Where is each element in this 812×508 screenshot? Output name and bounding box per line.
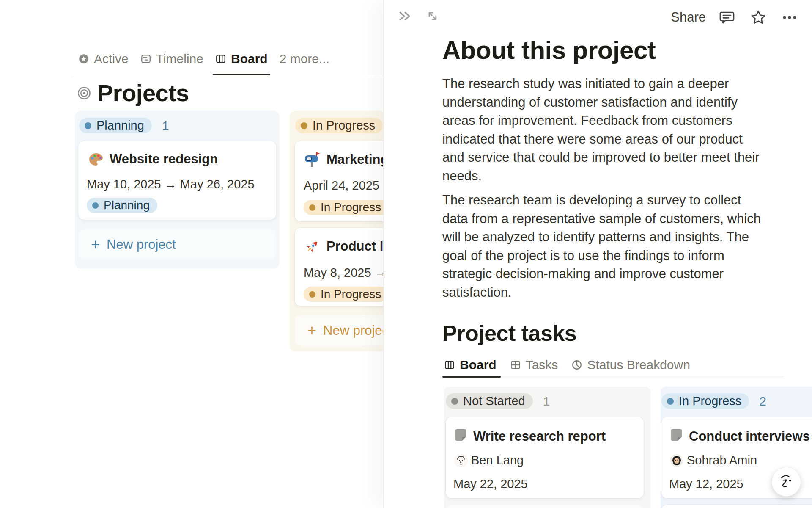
brow xyxy=(781,476,789,478)
tab-label: Timeline xyxy=(156,52,203,66)
assignee-name: Ben Lang xyxy=(471,453,524,467)
status-dot xyxy=(309,204,315,211)
column-header: In Progress 2 xyxy=(661,393,766,409)
bullseye-icon xyxy=(77,86,91,100)
status-label: In Progress xyxy=(679,394,741,408)
card-title-row: Write research report xyxy=(446,417,644,444)
status-pill-planning[interactable]: Planning xyxy=(79,118,152,133)
card-title: Conduct interviews xyxy=(689,428,810,444)
tag-label: In Progress xyxy=(321,287,381,301)
task-view-tabs: Board Tasks Status Breakdown xyxy=(442,353,783,377)
tab-label: Board xyxy=(460,358,497,372)
assignee-row: Sohrab Amin xyxy=(671,453,757,467)
status-dot xyxy=(92,202,99,209)
new-project-label: New project xyxy=(107,237,176,252)
avatar-sohrab-amin xyxy=(671,455,683,467)
status-dot xyxy=(309,291,315,298)
panel-toolbar-left xyxy=(395,6,443,26)
status-label: In Progress xyxy=(313,119,375,133)
page-icon xyxy=(670,428,683,442)
avatar-ben-lang xyxy=(455,455,467,467)
column-header: Not Started 1 xyxy=(446,393,550,409)
pie-chart-icon xyxy=(571,359,582,370)
status-pill-not-started[interactable]: Not Started xyxy=(446,393,533,409)
column-count: 2 xyxy=(759,394,766,409)
notion-window: Active Timeline Board 2 more... xyxy=(0,0,812,508)
tab-board-view[interactable]: Board xyxy=(442,353,503,377)
card-title: Website redesign xyxy=(110,151,218,167)
card-title: Write research report xyxy=(473,428,606,444)
status-dot xyxy=(451,398,458,405)
board-icon xyxy=(215,53,226,64)
task-board: Not Started 1 Write research report xyxy=(444,387,764,508)
card-status-tag: In Progress xyxy=(304,200,389,215)
column-count: 1 xyxy=(162,119,169,133)
column-header: Planning 1 xyxy=(79,118,169,133)
status-pill-in-progress[interactable]: In Progress xyxy=(295,118,383,133)
status-dot xyxy=(301,122,307,129)
mailbox-icon xyxy=(304,152,321,168)
star-badge-icon xyxy=(78,53,89,64)
card-status-tag: In Progress xyxy=(304,287,389,302)
status-label: Planning xyxy=(96,119,144,133)
card-date: May 12, 2025 xyxy=(669,477,743,491)
page-icon xyxy=(454,428,467,442)
tab-label: Status Breakdown xyxy=(587,358,690,372)
rocket-icon xyxy=(304,238,321,255)
tab-tasks-view[interactable]: Tasks xyxy=(503,353,565,377)
about-paragraph-1: The research study was initiated to gain… xyxy=(442,75,763,185)
card-status-tag: Planning xyxy=(87,198,157,213)
assignee-name: Sohrab Amin xyxy=(687,453,757,467)
board-icon xyxy=(444,359,455,370)
task-card-write-research-report[interactable]: Write research report Ben Lang May 22, 2… xyxy=(446,417,644,498)
tag-label: In Progress xyxy=(321,201,381,214)
new-project-label: New project xyxy=(323,323,392,338)
task-card-interpret-findings[interactable]: Interpret findings xyxy=(661,505,812,508)
page-title-text: Projects xyxy=(97,80,189,106)
table-icon xyxy=(510,359,521,370)
page-title: Projects xyxy=(77,80,189,106)
status-dot xyxy=(667,398,674,405)
plus-icon: + xyxy=(307,323,316,338)
tag-label: Planning xyxy=(104,199,150,212)
tab-label: 2 more... xyxy=(280,52,329,66)
more-options-icon[interactable] xyxy=(779,7,800,28)
board-column-planning: Planning 1 Website redesign May 10, 2025… xyxy=(75,111,280,268)
side-peek-panel: Share About this project The research st… xyxy=(383,0,812,508)
database-view-tabs: Active Timeline Board 2 more... xyxy=(72,43,383,75)
plus-icon: + xyxy=(91,237,100,252)
open-full-page-icon[interactable] xyxy=(422,6,443,26)
column-count: 1 xyxy=(543,394,550,409)
tab-label: Tasks xyxy=(526,358,558,372)
tab-timeline-view[interactable]: Timeline xyxy=(134,43,209,75)
project-card-website-redesign[interactable]: Website redesign May 10, 2025 → May 26, … xyxy=(78,141,276,220)
tab-more-views[interactable]: 2 more... xyxy=(274,43,335,75)
timeline-icon xyxy=(140,53,151,64)
task-column-not-started: Not Started 1 Write research report xyxy=(444,387,650,508)
card-title-row: Interpret findings xyxy=(661,505,812,508)
status-label: Not Started xyxy=(463,394,525,408)
card-title-row: Website redesign xyxy=(78,141,276,168)
tab-board-view[interactable]: Board xyxy=(209,43,274,75)
card-title-row: Conduct interviews xyxy=(661,417,812,444)
close-side-peek-button[interactable] xyxy=(395,6,415,26)
new-task-button[interactable]: + New task xyxy=(446,505,644,508)
tab-label: Board xyxy=(231,52,268,66)
assignee-row: Ben Lang xyxy=(455,453,524,467)
project-tasks-heading: Project tasks xyxy=(442,321,764,345)
new-project-button[interactable]: + New project xyxy=(78,230,276,260)
projects-page: Active Timeline Board 2 more... xyxy=(0,0,383,508)
card-date: May 22, 2025 xyxy=(453,477,528,491)
about-paragraph-2: The research team is developing a survey… xyxy=(442,191,763,301)
tab-label: Active xyxy=(94,52,129,66)
cursor-face-button[interactable] xyxy=(771,467,801,497)
panel-content: About this project The research study wa… xyxy=(442,0,764,508)
palette-icon xyxy=(88,151,104,168)
about-heading: About this project xyxy=(442,36,764,64)
status-dot xyxy=(85,122,91,129)
card-date-range: May 10, 2025 → May 26, 2025 xyxy=(87,177,255,191)
column-header: In Progress xyxy=(295,118,383,133)
tab-active-view[interactable]: Active xyxy=(72,43,134,75)
status-pill-in-progress[interactable]: In Progress xyxy=(661,393,749,409)
tab-status-breakdown-view[interactable]: Status Breakdown xyxy=(565,353,697,377)
